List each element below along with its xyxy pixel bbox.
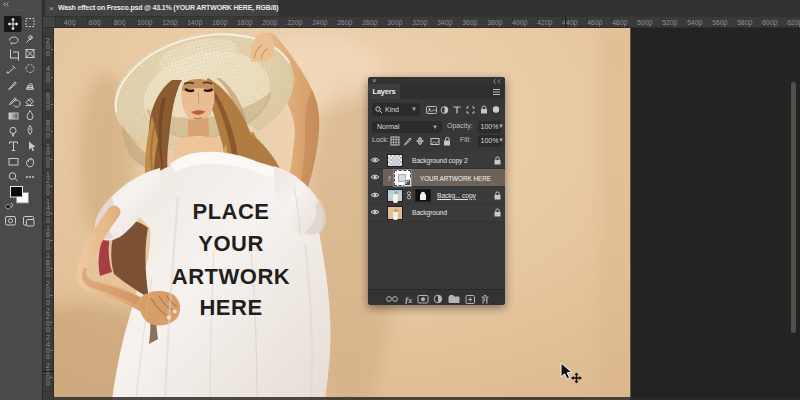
svg-text:HERE: HERE <box>199 295 262 320</box>
svg-text:ARTWORK: ARTWORK <box>172 264 290 289</box>
svg-text:PLACE: PLACE <box>192 199 269 224</box>
svg-text:YOUR: YOUR <box>198 231 264 256</box>
svg-text:fx: fx <box>405 294 413 304</box>
